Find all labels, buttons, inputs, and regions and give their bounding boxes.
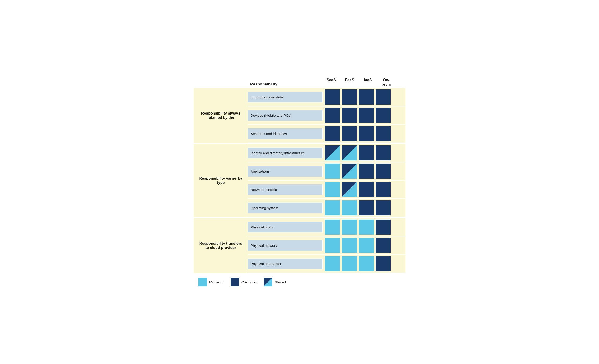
column-headers: SaaSPaaSIaaSOn-prem [323,78,395,87]
row-cells-always-retained-1 [323,106,393,124]
band-varies-by-type: Responsibility varies by typeIdentity an… [194,144,405,217]
cell-varies-by-type-0-paas [342,145,357,161]
legend-microsoft-box [198,278,207,286]
row-label-always-retained-2: Accounts and identities [248,128,323,139]
cell-transfers-to-cloud-1-onprem [376,238,391,253]
cell-always-retained-1-iaas [359,108,374,123]
row-cells-varies-by-type-1 [323,162,393,180]
row-cells-varies-by-type-0 [323,144,393,162]
row-cells-transfers-to-cloud-1 [323,237,393,254]
row-cells-always-retained-0 [323,88,393,106]
row-cells-transfers-to-cloud-0 [323,218,393,236]
table-body: Responsibility always retained by theInf… [194,88,405,273]
cell-varies-by-type-3-paas [342,200,357,215]
shared-tri-microsoft [342,164,357,179]
row-label-transfers-to-cloud-1: Physical network [248,240,323,251]
row-cells-varies-by-type-3 [323,199,393,217]
row-varies-by-type-0: Identity and directory infrastructure [248,144,405,162]
cell-varies-by-type-2-paas [342,182,357,197]
cell-always-retained-0-onprem [376,89,391,104]
cell-varies-by-type-1-paas [342,164,357,179]
cell-transfers-to-cloud-2-onprem [376,256,391,271]
cell-transfers-to-cloud-2-saas [325,256,340,271]
row-transfers-to-cloud-1: Physical network [248,237,405,255]
cell-varies-by-type-2-saas [325,182,340,197]
band-label-always-retained: Responsibility always retained by the [194,88,248,143]
legend-shared-box [264,278,272,286]
cell-always-retained-1-onprem [376,108,391,123]
cell-always-retained-2-saas [325,126,340,141]
row-transfers-to-cloud-0: Physical hosts [248,218,405,237]
row-label-always-retained-0: Information and data [248,92,323,102]
row-label-transfers-to-cloud-0: Physical hosts [248,222,323,232]
row-varies-by-type-2: Network controls [248,181,405,199]
legend-customer: Customer [231,278,257,286]
cell-always-retained-2-iaas [359,126,374,141]
cell-varies-by-type-1-iaas [359,164,374,179]
legend-shared: Shared [264,278,286,286]
cell-varies-by-type-3-onprem [376,200,391,215]
band-always-retained: Responsibility always retained by theInf… [194,88,405,143]
col-header-0: SaaS [323,78,339,87]
row-cells-transfers-to-cloud-2 [323,255,393,273]
shared-tri-microsoft [325,145,340,161]
cell-varies-by-type-2-iaas [359,182,374,197]
band-rows-transfers-to-cloud: Physical hostsPhysical networkPhysical d… [248,218,405,273]
cell-always-retained-2-paas [342,126,357,141]
cell-varies-by-type-1-onprem [376,164,391,179]
cell-varies-by-type-1-saas [325,164,340,179]
row-label-transfers-to-cloud-2: Physical datacenter [248,259,323,269]
band-rows-varies-by-type: Identity and directory infrastructureApp… [248,144,405,217]
cell-varies-by-type-0-saas [325,145,340,161]
row-cells-varies-by-type-2 [323,181,393,198]
band-label-varies-by-type: Responsibility varies by type [194,144,248,217]
shared-microsoft-triangle [264,278,272,286]
cell-transfers-to-cloud-2-iaas [359,256,374,271]
col-header-2: IaaS [360,78,376,87]
cell-varies-by-type-0-iaas [359,145,374,161]
col-header-1: PaaS [341,78,358,87]
legend-shared-label: Shared [274,280,286,284]
row-label-varies-by-type-2: Network controls [248,184,323,195]
legend: Microsoft Customer Shared [194,278,405,286]
row-cells-always-retained-2 [323,125,393,143]
band-rows-always-retained: Information and dataDevices (Mobile and … [248,88,405,143]
cell-varies-by-type-2-onprem [376,182,391,197]
cell-always-retained-1-saas [325,108,340,123]
legend-customer-label: Customer [241,280,257,284]
shared-tri-microsoft [342,145,357,161]
row-always-retained-0: Information and data [248,88,405,106]
cell-transfers-to-cloud-0-iaas [359,220,374,235]
row-label-varies-by-type-1: Applications [248,166,323,177]
cell-transfers-to-cloud-0-onprem [376,220,391,235]
cell-always-retained-0-paas [342,89,357,104]
cell-varies-by-type-3-iaas [359,200,374,215]
shared-tri-microsoft [342,182,357,197]
main-container: Responsibility SaaSPaaSIaaSOn-prem Respo… [194,78,405,286]
row-varies-by-type-3: Operating system [248,199,405,217]
cell-always-retained-2-onprem [376,126,391,141]
cell-transfers-to-cloud-1-saas [325,238,340,253]
cell-transfers-to-cloud-2-paas [342,256,357,271]
cell-transfers-to-cloud-0-saas [325,220,340,235]
row-varies-by-type-1: Applications [248,162,405,181]
row-label-varies-by-type-0: Identity and directory infrastructure [248,148,323,158]
row-always-retained-1: Devices (Mobile and PCs) [248,106,405,125]
band-label-transfers-to-cloud: Responsibility transfers to cloud provid… [194,218,248,273]
row-label-varies-by-type-3: Operating system [248,203,323,213]
cell-transfers-to-cloud-1-iaas [359,238,374,253]
col-header-3: On-prem [378,78,395,87]
cell-varies-by-type-0-onprem [376,145,391,161]
row-transfers-to-cloud-2: Physical datacenter [248,255,405,273]
cell-always-retained-0-saas [325,89,340,104]
legend-microsoft-label: Microsoft [209,280,224,284]
row-label-always-retained-1: Devices (Mobile and PCs) [248,110,323,121]
band-transfers-to-cloud: Responsibility transfers to cloud provid… [194,218,405,273]
legend-microsoft: Microsoft [198,278,224,286]
cell-always-retained-0-iaas [359,89,374,104]
cell-transfers-to-cloud-1-paas [342,238,357,253]
cell-transfers-to-cloud-0-paas [342,220,357,235]
cell-always-retained-1-paas [342,108,357,123]
legend-customer-box [231,278,239,286]
cell-varies-by-type-3-saas [325,200,340,215]
